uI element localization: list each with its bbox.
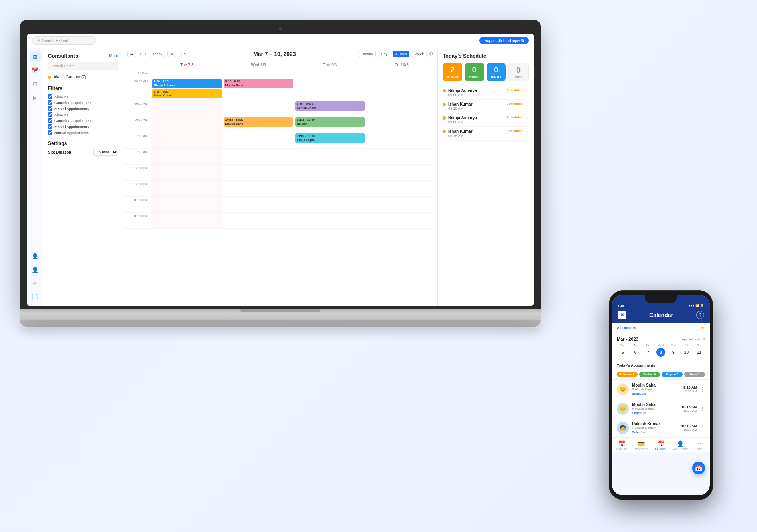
sidebar-item-settings[interactable]: ⚙ — [30, 278, 41, 289]
cell-1330-thu[interactable] — [294, 213, 366, 229]
phone-nav-item-2[interactable]: 📅 Calendar — [651, 440, 671, 450]
filter-item-6[interactable]: Normal Appointments — [48, 130, 118, 136]
phone-appt-item-1[interactable]: 😊 Moulin Saha R Akash Gautam Schedule 10… — [612, 399, 710, 418]
filter-checkbox-0[interactable] — [48, 94, 52, 99]
cell-1230-tue[interactable] — [151, 181, 223, 197]
ipd-btn[interactable]: IPD — [179, 51, 190, 57]
cell-1130-thu[interactable] — [294, 149, 366, 165]
cell-0930-fri[interactable] — [366, 100, 438, 116]
appt-list-item-3[interactable]: Ishan Kumar 09:15 AM Scheduled ☆ — [443, 127, 529, 141]
phone-date-9[interactable]: 9 — [669, 348, 678, 357]
cell-0930-tue[interactable] — [151, 100, 223, 116]
search-doctor-box[interactable]: Search Doctor — [48, 62, 118, 70]
cell-1130-wed[interactable] — [223, 149, 295, 165]
more-link[interactable]: More — [109, 54, 118, 58]
cell-1100-tue[interactable] — [151, 132, 223, 149]
phone-filter-icon[interactable]: ▼ — [700, 325, 705, 331]
cell-1330-fri[interactable] — [366, 213, 438, 229]
appt-block[interactable]: 10:15 - 10:30 Moulin Saha — [224, 117, 294, 127]
sidebar-item-video[interactable]: ▶ — [30, 92, 41, 103]
cell-1230-wed[interactable] — [223, 181, 295, 197]
phone-three-dots-2[interactable]: ⋮ — [700, 425, 705, 431]
appt-list-item-1[interactable]: Ishan Kumar 09:15 AM Scheduled ☆ — [443, 100, 529, 113]
phone-three-dots-1[interactable]: ⋮ — [700, 406, 705, 412]
phone-appt-item-0[interactable]: 😊 Moulin Saha R Akash Gautam Schedule 9:… — [612, 380, 710, 399]
cell-1200-wed[interactable] — [223, 165, 295, 181]
cell-1300-thu[interactable] — [294, 197, 366, 213]
cell-1130-fri[interactable] — [366, 149, 438, 165]
cell-1330-wed[interactable] — [223, 213, 295, 229]
phone-date-7[interactable]: 7 — [644, 348, 652, 357]
phone-date-10[interactable]: 10 — [682, 348, 691, 357]
cell-1200-fri[interactable] — [366, 165, 438, 181]
filter-checkbox-3[interactable] — [48, 112, 52, 117]
star-icon-3[interactable]: ☆ — [525, 129, 529, 134]
cell-1330-tue[interactable] — [151, 213, 223, 229]
filter-checkbox-5[interactable] — [48, 124, 52, 129]
filter-checkbox-2[interactable] — [48, 106, 52, 111]
phone-stat-done[interactable]: Done 0 — [684, 372, 705, 377]
appt-block[interactable]: 11:00 - 11:15 Kunja Gupta — [295, 133, 365, 143]
filter-item-2[interactable]: Missed Appointments — [48, 106, 118, 112]
cell-0930-wed[interactable] — [223, 100, 295, 116]
filter-item-1[interactable]: Cancelled Appointments — [48, 100, 118, 106]
rooms-btn[interactable]: Rooms — [359, 51, 376, 57]
filter-item-0[interactable]: Show Events — [48, 94, 118, 100]
cell-1100-fri[interactable] — [366, 132, 438, 149]
phone-stat-engage[interactable]: Engage 0 — [662, 372, 683, 377]
filter-checkbox-4[interactable] — [48, 118, 52, 123]
slot-duration-select[interactable]: 15 mins 30 mins 60 mins — [93, 149, 118, 156]
cell-1000-wed[interactable]: 10:15 - 10:30 Moulin Saha — [223, 116, 295, 132]
appt-block[interactable]: 9:45 - 10:00 Ashish Shine — [295, 101, 365, 111]
phone-nav-item-1[interactable]: 💳 Payments — [632, 440, 651, 450]
filter-checkbox-1[interactable] — [48, 100, 52, 105]
star-icon-2[interactable]: ☆ — [525, 116, 529, 120]
consultant-item[interactable]: Akash Gautam (7) — [48, 73, 118, 81]
phone-three-dots-0[interactable]: ⋮ — [700, 387, 705, 392]
phone-date-5[interactable]: 5 — [618, 348, 627, 357]
cell-1230-fri[interactable] — [366, 181, 438, 197]
phone-appt-status-2[interactable]: Schedule — [632, 430, 678, 434]
sidebar-item-calendar[interactable]: 📅 — [30, 65, 41, 76]
phone-date-6[interactable]: 6 — [631, 348, 640, 357]
week-btn[interactable]: Week — [412, 51, 427, 57]
filter-checkbox-6[interactable] — [48, 130, 52, 135]
phone-nav-item-4[interactable]: ⋯ More — [690, 440, 710, 450]
cell-1230-thu[interactable] — [294, 181, 366, 197]
appt-block[interactable]: 9:00 - 9:15 Nikuja Acharya — [152, 79, 222, 88]
cell-1200-tue[interactable] — [151, 165, 223, 181]
sidebar-item-home[interactable]: ⊞ — [30, 51, 41, 62]
appt-block[interactable]: 9:15 - 9:30 Ishan Kumar — [152, 89, 222, 99]
all-doctors-btn[interactable]: All Doctors — [617, 326, 636, 330]
prev-btn[interactable]: ‹ — [139, 50, 142, 58]
phone-appt-status-1[interactable]: Schedule — [632, 411, 678, 415]
phone-help-btn[interactable]: ? — [696, 311, 704, 319]
star-icon-0[interactable]: ☆ — [525, 88, 529, 93]
phone-fab[interactable]: 📅 — [692, 462, 705, 474]
sidebar-item-grid[interactable]: ⊟ — [30, 78, 41, 90]
cell-1100-thu[interactable]: 11:00 - 11:15 Kunja Gupta — [294, 132, 366, 149]
filter-item-3[interactable]: Show Events — [48, 112, 118, 118]
cell-1000-thu[interactable]: 10:15 - 10:30 Rakesh — [294, 116, 366, 132]
cell-0900-fri[interactable] — [366, 78, 438, 100]
search-patient-box[interactable]: ⊕ Search Patient — [32, 36, 96, 45]
phone-nav-item-3[interactable]: 👤 Add Patient — [670, 440, 690, 450]
cell-1130-tue[interactable] — [151, 149, 223, 165]
4days-btn[interactable]: 4 Days — [393, 51, 409, 57]
phone-date-11[interactable]: 11 — [695, 348, 703, 357]
sidebar-item-user[interactable]: 👤 — [30, 264, 41, 275]
appt-list-item-2[interactable]: Nikuja Acharya 09:00 AM Scheduled ☆ — [443, 113, 529, 127]
filter-item-5[interactable]: Missed Appointments — [48, 124, 118, 130]
cell-1300-fri[interactable] — [366, 197, 438, 213]
appt-block[interactable]: 9:15 - 9:30 Moulin Saha — [224, 79, 294, 88]
sidebar-item-person[interactable]: 👤 — [30, 251, 41, 262]
phone-appt-status-0[interactable]: Schedule — [632, 392, 680, 395]
appt-list-item-0[interactable]: Nikuja Acharya 09:00 AM Scheduled ☆ — [443, 86, 529, 100]
phone-nav-item-0[interactable]: 📅 Calendar — [612, 440, 632, 450]
appt-block[interactable]: 10:15 - 10:30 Rakesh — [295, 117, 365, 127]
phone-stat-schedule[interactable]: Schedule 0 — [617, 372, 638, 377]
cell-1300-wed[interactable] — [223, 197, 295, 213]
refresh-btn[interactable]: ↻ — [167, 51, 176, 57]
cell-0900-thu[interactable] — [294, 78, 366, 100]
cell-1100-wed[interactable] — [223, 132, 295, 149]
